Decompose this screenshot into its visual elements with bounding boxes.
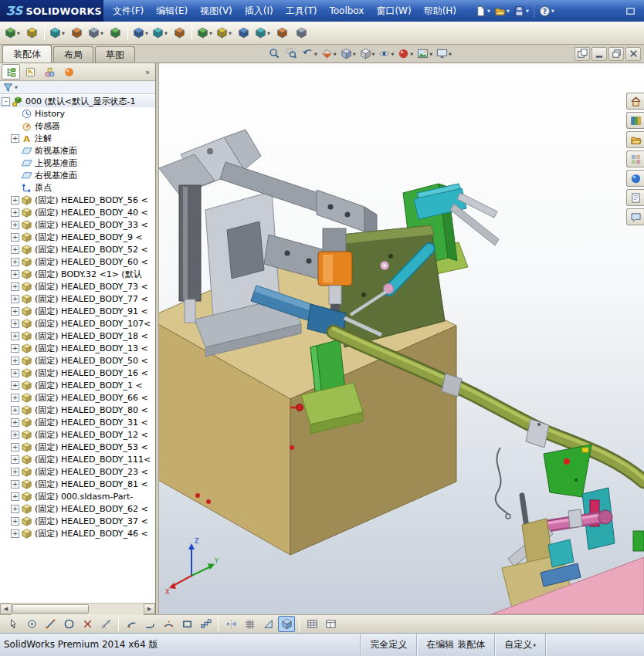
move-component-button[interactable]: ▼ <box>86 24 105 42</box>
filter-dropdown-arrow-icon[interactable]: ▼ <box>15 85 18 90</box>
exploded-view-button[interactable]: ▼ <box>215 24 233 42</box>
scrollbar-thumb[interactable] <box>12 604 89 614</box>
tree-item[interactable]: +(固定) HEALED_BODY_52 < <box>0 243 155 255</box>
scrollbar-track[interactable] <box>12 604 144 615</box>
new-document-button[interactable]: ▼ <box>473 2 492 20</box>
tree-item[interactable]: +(固定) HEALED_BODY_31 < <box>0 416 155 428</box>
graphics-viewport[interactable]: X Y Z <box>159 63 644 614</box>
tree-item[interactable]: 前视基准面 <box>0 144 155 157</box>
status-field-customize[interactable]: 自定义▼ <box>494 634 545 656</box>
expand-toggle[interactable]: + <box>11 468 19 476</box>
tree-item[interactable]: +(固定) HEALED_BODY_12 < <box>0 428 155 441</box>
smart-fasteners-button[interactable] <box>67 24 86 42</box>
tree-item[interactable]: +(固定) HEALED_BODY_16 < <box>0 367 155 379</box>
document-close-button[interactable] <box>625 47 641 61</box>
tab-layout[interactable]: 布局 <box>53 46 93 63</box>
wire-hook[interactable] <box>496 448 510 519</box>
reference-geometry-button[interactable]: ▼ <box>151 24 169 42</box>
tree-item[interactable]: +(固定) HEALED_BODY_18 < <box>0 330 155 342</box>
tree-item[interactable]: 右视基准面 <box>0 169 155 181</box>
tree-item[interactable]: +(固定) HEALED_BODY_62 < <box>0 502 155 515</box>
measure-button[interactable] <box>273 24 291 42</box>
tree-item[interactable]: +(固定) HEALED_BODY_13 < <box>0 342 155 354</box>
bill-of-materials-button[interactable]: ▼ <box>195 24 214 42</box>
view-orientation-button[interactable]: ▼ <box>339 46 358 62</box>
expand-toggle[interactable]: + <box>11 369 19 377</box>
appearances-scenes-button[interactable] <box>626 170 644 187</box>
save-button[interactable]: ▼ <box>512 2 530 20</box>
expand-toggle[interactable]: + <box>11 394 19 402</box>
tree-item[interactable]: +(固定) HEALED_BODY_66 < <box>0 391 155 404</box>
expand-toolbar-button[interactable] <box>621 2 639 20</box>
tree-item[interactable]: 传感器 <box>0 120 155 132</box>
section-view-button[interactable]: ▼ <box>320 46 338 62</box>
expand-toggle[interactable]: + <box>11 505 19 513</box>
tree-item[interactable]: +(固定) HEALED_BODY_91 < <box>0 305 155 317</box>
expand-toggle[interactable]: + <box>11 196 19 205</box>
sketch-grid-button[interactable] <box>241 616 258 632</box>
expand-toggle[interactable]: + <box>11 406 19 414</box>
document-minimize-button[interactable] <box>591 47 607 61</box>
expand-toggle[interactable]: + <box>11 245 19 254</box>
tree-item[interactable]: +(固定) HEALED_BODY_56 < <box>0 194 155 206</box>
tangent-arc-button[interactable] <box>141 616 158 632</box>
expand-toggle[interactable]: + <box>11 233 19 242</box>
tree-item[interactable]: +(固定) HEALED_BODY_1 < <box>0 379 155 391</box>
expand-toggle[interactable]: + <box>11 320 19 328</box>
three-point-arc-button[interactable] <box>160 616 177 632</box>
tree-item[interactable]: +A注解 <box>0 132 155 144</box>
tree-horizontal-scrollbar[interactable]: ◀ ▶ <box>0 603 155 614</box>
display-manager-tab[interactable] <box>59 64 78 79</box>
expand-toggle[interactable]: + <box>11 529 19 538</box>
sketch-circle-button[interactable] <box>60 616 77 632</box>
expand-toggle[interactable]: + <box>11 431 19 439</box>
tree-item[interactable]: +(固定) HEALED_BODY_80 < <box>0 404 155 416</box>
assembly-features-button[interactable]: ▼ <box>131 24 150 42</box>
expand-toggle[interactable]: + <box>11 381 19 390</box>
smart-dimension-button[interactable] <box>97 616 114 632</box>
expand-toggle[interactable]: - <box>2 97 10 106</box>
scroll-right-button[interactable]: ▶ <box>144 604 155 614</box>
expand-toggle[interactable]: + <box>11 455 19 464</box>
display-style-button[interactable]: ▼ <box>358 46 377 62</box>
document-cascade-button[interactable] <box>575 47 590 61</box>
tree-item[interactable]: 上视基准面 <box>0 157 155 169</box>
expand-toggle[interactable]: + <box>11 344 19 353</box>
configuration-manager-tab[interactable] <box>40 64 59 79</box>
evaluate-table-button[interactable] <box>303 616 320 632</box>
tree-item[interactable]: +(固定) HEALED_BODY_9 < <box>0 231 155 243</box>
interference-detection-button[interactable]: ▼ <box>253 24 272 42</box>
select-button[interactable] <box>5 616 22 632</box>
expand-toggle[interactable]: + <box>11 307 19 316</box>
menu-view[interactable]: 视图(V) <box>194 0 239 22</box>
tree-item[interactable]: +(固定) HEALED_BODY_37 < <box>0 515 155 527</box>
tree-item[interactable]: +(固定) HEALED_BODY_53 < <box>0 441 155 453</box>
centerpoint-arc-button[interactable] <box>123 616 140 632</box>
design-library-button[interactable] <box>626 112 644 129</box>
tube-green-bracket[interactable] <box>544 445 591 497</box>
feature-manager-tree-tab[interactable] <box>2 64 20 79</box>
expand-toggle[interactable]: + <box>11 282 19 291</box>
expand-toggle[interactable]: + <box>11 443 19 451</box>
expand-toggle[interactable]: + <box>11 332 19 340</box>
explode-line-sketch-button[interactable] <box>234 24 253 42</box>
filter-funnel-icon[interactable] <box>2 82 14 93</box>
property-manager-tab[interactable] <box>21 64 39 79</box>
apply-scene-button[interactable]: ▼ <box>415 46 434 62</box>
zoom-fit-button[interactable] <box>266 46 283 62</box>
tree-item[interactable]: +(固定) HEALED_BODY_46 < <box>0 527 155 539</box>
menu-edit[interactable]: 编辑(E) <box>150 0 194 22</box>
expand-toggle[interactable]: + <box>11 134 19 143</box>
corner-rectangle-button[interactable] <box>178 616 195 632</box>
assembly-3d-model[interactable]: X Y Z <box>159 63 644 614</box>
tree-item[interactable]: +(固定) HEALED_BODY_23 < <box>0 465 155 478</box>
edit-appearance-button[interactable]: ▼ <box>396 46 415 62</box>
menu-help[interactable]: 帮助(H) <box>418 0 463 22</box>
panel-overflow-chevron[interactable]: » <box>141 68 154 76</box>
show-hidden-components-button[interactable] <box>106 24 124 42</box>
tree-item[interactable]: 原点 <box>0 181 155 194</box>
tree-item[interactable]: +(固定) HEALED_BODY_77 < <box>0 292 155 305</box>
tab-assembly[interactable]: 装配体 <box>2 45 52 63</box>
custom-properties-button[interactable] <box>626 189 644 206</box>
view-settings-button[interactable]: ▼ <box>435 46 453 62</box>
